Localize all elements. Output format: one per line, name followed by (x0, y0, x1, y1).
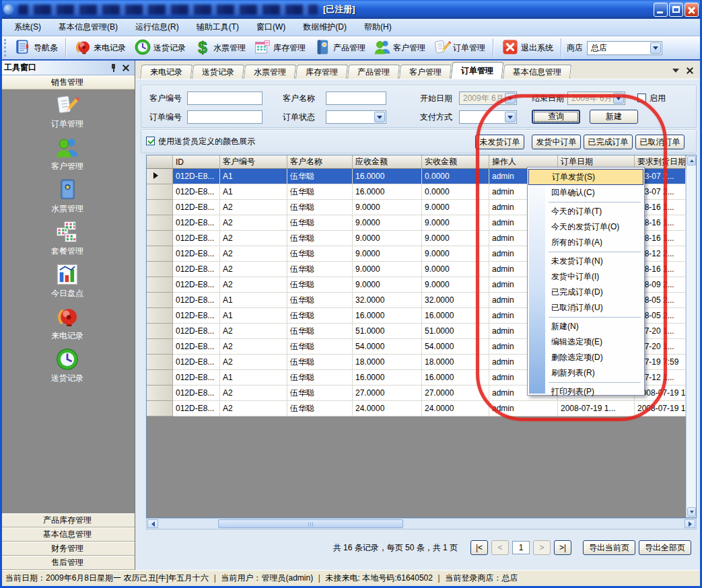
scroll-up-icon[interactable] (687, 156, 696, 166)
context-menu-item-10[interactable]: 已取消订单(U) (528, 300, 643, 316)
horizontal-scrollbar[interactable] (146, 518, 697, 529)
table-row-15[interactable]: 012D-E8... A2 伍华聪 24.0000 24.0000 admin … (147, 401, 686, 416)
tab-5[interactable]: 客户管理 (399, 65, 452, 79)
toolbar-button-0[interactable]: 导航条 (10, 37, 62, 59)
menu-bar-item-2[interactable]: 运行信息(R) (127, 19, 188, 36)
end-date-picker[interactable]: 2009年 6月 8日 (567, 91, 625, 105)
column-header-0[interactable]: ID (173, 155, 220, 169)
context-menu-item-15[interactable]: 刷新列表(R) (528, 365, 643, 381)
scroll-right-icon[interactable] (685, 519, 695, 528)
export-current-page-button[interactable]: 导出当前页 (583, 540, 635, 555)
context-menu-item-3[interactable]: 今天的订单(T) (528, 204, 643, 219)
toolbar-button-10[interactable]: 退出系统 (497, 37, 557, 59)
column-header-3[interactable]: 应收金额 (353, 155, 422, 169)
row-selector[interactable] (147, 262, 173, 277)
status-filter-button-1[interactable]: 发货中订单 (532, 135, 581, 149)
tab-close-icon[interactable] (686, 67, 694, 75)
toolbar-button-2[interactable]: 来电记录 (70, 37, 130, 59)
menu-bar-item-5[interactable]: 数据维护(D) (294, 19, 355, 36)
scroll-down-icon[interactable] (687, 507, 696, 517)
shop-combobox[interactable]: 总店 (587, 41, 662, 55)
toolbar-button-3[interactable]: 送货记录 (130, 37, 190, 59)
toolbar-button-5[interactable]: 库存管理 (250, 37, 310, 59)
context-menu-item-8[interactable]: 发货中订单(I) (528, 269, 643, 285)
row-selector[interactable] (147, 401, 173, 416)
sidebar-item-6[interactable]: 送货记录 (0, 344, 135, 386)
status-filter-button-0[interactable]: 未发货订单 (475, 135, 524, 149)
tab-6[interactable]: 订单管理 (451, 62, 504, 79)
row-selector[interactable] (147, 169, 173, 184)
status-filter-button-3[interactable]: 已取消订单 (635, 135, 685, 149)
shop-combobox-arrow[interactable] (650, 42, 661, 54)
menu-bar-item-3[interactable]: 辅助工具(T) (188, 19, 248, 36)
vertical-scrollbar[interactable] (686, 155, 696, 517)
sidebar-group-sales[interactable]: 销售管理 (0, 75, 135, 89)
sidebar-item-3[interactable]: 套餐管理 (0, 217, 135, 259)
page-number-input[interactable] (512, 541, 530, 554)
next-page-button[interactable]: > (533, 540, 551, 555)
sidebar-item-2[interactable]: 水票管理 (0, 174, 135, 217)
sidebar-item-0[interactable]: 订单管理 (0, 89, 135, 132)
tab-0[interactable]: 来电记录 (140, 65, 192, 79)
context-menu-item-13[interactable]: 编辑选定项(E) (528, 334, 643, 350)
row-selector[interactable] (147, 200, 173, 215)
sidebar-group-button-2[interactable]: 财务管理 (0, 542, 135, 556)
tab-2[interactable]: 水票管理 (244, 65, 296, 79)
toolbar-button-8[interactable]: 订单管理 (429, 37, 489, 59)
scroll-left-icon[interactable] (147, 519, 158, 528)
horizontal-scrollbar-thumb[interactable] (218, 519, 403, 528)
first-page-button[interactable]: |< (470, 540, 488, 555)
context-menu-item-4[interactable]: 今天的发货订单(O) (528, 219, 643, 235)
context-menu-item-17[interactable]: 打印列表(P) (528, 384, 643, 400)
pin-icon[interactable] (109, 63, 118, 73)
maximize-button[interactable] (669, 3, 683, 17)
prev-page-button[interactable]: < (491, 540, 509, 555)
order-no-input[interactable] (187, 110, 262, 124)
customer-name-input[interactable] (326, 91, 386, 105)
toolbar-grip[interactable] (4, 39, 7, 57)
status-filter-button-2[interactable]: 已完成订单 (584, 135, 633, 149)
tab-3[interactable]: 库存管理 (295, 65, 348, 79)
row-selector[interactable] (147, 339, 173, 355)
row-selector[interactable] (147, 277, 173, 293)
query-button[interactable]: 查询 (532, 110, 580, 124)
sidebar-group-button-1[interactable]: 基本信息管理 (0, 527, 135, 542)
toolbar-button-7[interactable]: 客户管理 (370, 37, 429, 59)
column-header-4[interactable]: 实收金额 (422, 155, 489, 169)
context-menu-item-14[interactable]: 删除选定项(D) (528, 350, 643, 365)
last-page-button[interactable]: >| (554, 540, 571, 555)
customer-no-input[interactable] (187, 91, 262, 105)
sidebar-item-4[interactable]: 今日盘点 (0, 259, 135, 301)
start-date-picker[interactable]: 2009年 6月 8日 (459, 91, 517, 105)
row-selector[interactable] (147, 215, 173, 231)
row-selector[interactable] (147, 184, 173, 200)
column-header-1[interactable]: 客户编号 (220, 155, 287, 169)
tab-4[interactable]: 产品管理 (347, 65, 400, 79)
close-button[interactable] (685, 3, 699, 17)
enable-checkbox[interactable] (637, 94, 646, 102)
minimize-button[interactable] (654, 3, 668, 17)
context-menu-item-1[interactable]: 回单确认(C) (528, 185, 643, 200)
sidebar-close-icon[interactable] (121, 63, 131, 73)
menu-bar-item-4[interactable]: 窗口(W) (248, 19, 294, 36)
row-selector[interactable] (147, 308, 173, 324)
context-menu-item-0[interactable]: 订单发货(S) (528, 169, 643, 185)
context-menu-item-9[interactable]: 已完成订单(D) (528, 285, 643, 300)
context-menu-item-12[interactable]: 新建(N) (528, 319, 643, 334)
column-header-2[interactable]: 客户名称 (287, 155, 353, 169)
context-menu-item-5[interactable]: 所有的订单(A) (528, 235, 643, 250)
menu-bar-item-0[interactable]: 系统(S) (5, 19, 50, 36)
tab-list-caret-icon[interactable] (672, 69, 679, 73)
toolbar-button-6[interactable]: 产品管理 (310, 37, 370, 59)
sidebar-item-5[interactable]: 来电记录 (0, 301, 135, 344)
context-menu-item-7[interactable]: 未发货订单(N) (528, 254, 643, 269)
toolbar-button-4[interactable]: 水票管理 (190, 37, 250, 59)
tab-1[interactable]: 送货记录 (192, 65, 244, 79)
row-selector[interactable] (147, 246, 173, 262)
sidebar-group-button-3[interactable]: 售后管理 (0, 556, 135, 570)
tab-7[interactable]: 基本信息管理 (503, 65, 571, 79)
menu-bar-item-6[interactable]: 帮助(H) (355, 19, 400, 36)
row-selector[interactable] (147, 385, 173, 401)
row-selector[interactable] (147, 231, 173, 246)
row-selector[interactable] (147, 370, 173, 385)
